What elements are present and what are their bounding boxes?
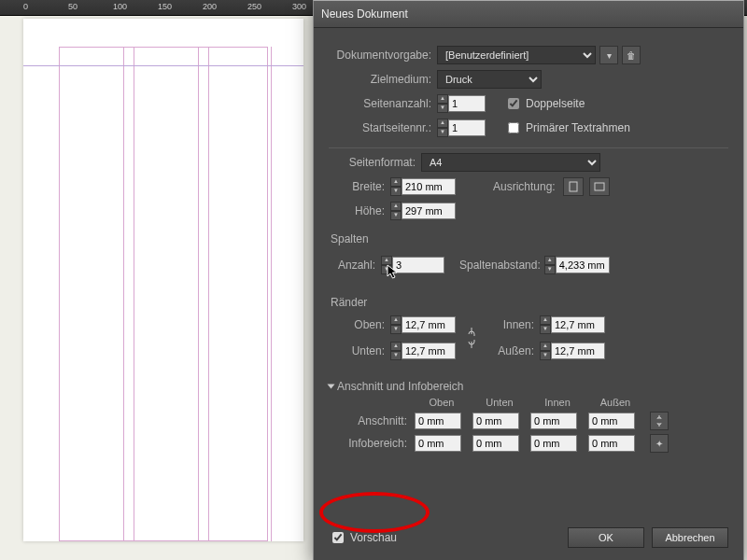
column-count-label: Anzahl: bbox=[329, 259, 381, 272]
margin-inside-input[interactable] bbox=[551, 316, 605, 333]
height-stepper[interactable]: ▲▼ bbox=[390, 202, 400, 220]
svg-rect-0 bbox=[570, 182, 577, 191]
intent-label: Zielmedium: bbox=[329, 73, 437, 86]
margin-top-input[interactable] bbox=[402, 316, 456, 333]
pages-input[interactable] bbox=[448, 95, 486, 112]
margins-section-label: Ränder bbox=[331, 296, 728, 309]
preset-label: Dokumentvorgabe: bbox=[329, 49, 437, 62]
slug-row-label: Infobereich: bbox=[329, 437, 411, 450]
margin-outside-label: Außen: bbox=[487, 344, 540, 357]
gutter-input[interactable] bbox=[556, 257, 610, 273]
slug-top-input[interactable] bbox=[415, 435, 461, 452]
margin-top-stepper[interactable]: ▲▼ bbox=[390, 315, 400, 334]
bleed-inside-input[interactable] bbox=[530, 413, 577, 429]
bleed-outside-input[interactable] bbox=[588, 413, 635, 429]
margin-bottom-stepper[interactable]: ▲▼ bbox=[390, 342, 400, 360]
bleed-disclosure-icon[interactable] bbox=[328, 385, 335, 389]
bleed-top-input[interactable] bbox=[415, 413, 461, 429]
column-count-input[interactable] bbox=[392, 257, 444, 273]
margin-inside-label: Innen: bbox=[487, 318, 540, 331]
page-preview bbox=[23, 19, 303, 541]
width-input[interactable] bbox=[402, 178, 456, 195]
margin-top-label: Oben: bbox=[329, 318, 390, 331]
dialog-titlebar[interactable]: Neues Dokument bbox=[314, 1, 743, 28]
pageformat-label: Seitenformat: bbox=[329, 156, 421, 169]
bleed-col-outside: Außen bbox=[588, 397, 642, 408]
orientation-portrait-icon[interactable] bbox=[563, 177, 584, 196]
column-count-stepper[interactable]: ▲▼ bbox=[381, 256, 390, 274]
margin-inside-stepper[interactable]: ▲▼ bbox=[540, 315, 549, 334]
bleed-bottom-input[interactable] bbox=[472, 413, 519, 429]
startpage-input[interactable] bbox=[448, 119, 486, 136]
bleed-row-label: Anschnitt: bbox=[329, 414, 411, 427]
primary-textframe-checkbox[interactable]: Primärer Textrahmen bbox=[504, 119, 630, 136]
new-document-dialog: Neues Dokument Dokumentvorgabe: [Benutze… bbox=[313, 0, 744, 560]
slug-link-icon[interactable]: ✦ bbox=[650, 434, 669, 453]
preview-checkbox[interactable]: Vorschau bbox=[329, 529, 397, 546]
slug-outside-input[interactable] bbox=[588, 435, 635, 452]
pages-stepper[interactable]: ▲▼ bbox=[437, 94, 446, 113]
delete-preset-icon[interactable]: 🗑 bbox=[622, 46, 641, 64]
pages-label: Seitenanzahl: bbox=[329, 97, 437, 110]
slug-inside-input[interactable] bbox=[530, 435, 577, 452]
slug-bottom-input[interactable] bbox=[472, 435, 519, 452]
save-preset-icon[interactable]: ▾ bbox=[599, 46, 618, 64]
height-input[interactable] bbox=[402, 203, 456, 219]
columns-section-label: Spalten bbox=[331, 232, 728, 245]
facing-pages-checkbox[interactable]: Doppelseite bbox=[504, 95, 585, 112]
gutter-label: Spaltenabstand: bbox=[459, 259, 541, 272]
bleed-section-label: Anschnitt und Infobereich bbox=[337, 380, 463, 393]
margin-link-icon[interactable] bbox=[463, 325, 480, 351]
height-label: Höhe: bbox=[329, 204, 390, 217]
margin-outside-stepper[interactable]: ▲▼ bbox=[540, 342, 549, 360]
bleed-link-icon[interactable] bbox=[650, 412, 669, 430]
bleed-col-top: Oben bbox=[415, 397, 469, 408]
margin-outside-input[interactable] bbox=[551, 343, 605, 359]
margin-bottom-input[interactable] bbox=[402, 343, 456, 359]
width-stepper[interactable]: ▲▼ bbox=[390, 177, 400, 196]
dialog-title: Neues Dokument bbox=[321, 7, 408, 21]
ok-button[interactable]: OK bbox=[568, 527, 644, 548]
width-label: Breite: bbox=[329, 180, 390, 193]
pageformat-select[interactable]: A4 bbox=[421, 153, 600, 172]
preset-select[interactable]: [Benutzerdefiniert] bbox=[437, 46, 596, 64]
startpage-stepper[interactable]: ▲▼ bbox=[437, 119, 446, 137]
bleed-col-bottom: Unten bbox=[472, 397, 527, 408]
margin-bottom-label: Unten: bbox=[329, 344, 390, 357]
gutter-stepper[interactable]: ▲▼ bbox=[544, 256, 554, 274]
svg-rect-1 bbox=[595, 183, 604, 190]
cancel-button[interactable]: Abbrechen bbox=[652, 527, 728, 548]
orientation-landscape-icon[interactable] bbox=[589, 177, 610, 196]
bleed-col-inside: Innen bbox=[530, 397, 585, 408]
orientation-label: Ausrichtung: bbox=[493, 180, 556, 193]
startpage-label: Startseitennr.: bbox=[329, 121, 437, 134]
intent-select[interactable]: Druck bbox=[437, 70, 542, 89]
